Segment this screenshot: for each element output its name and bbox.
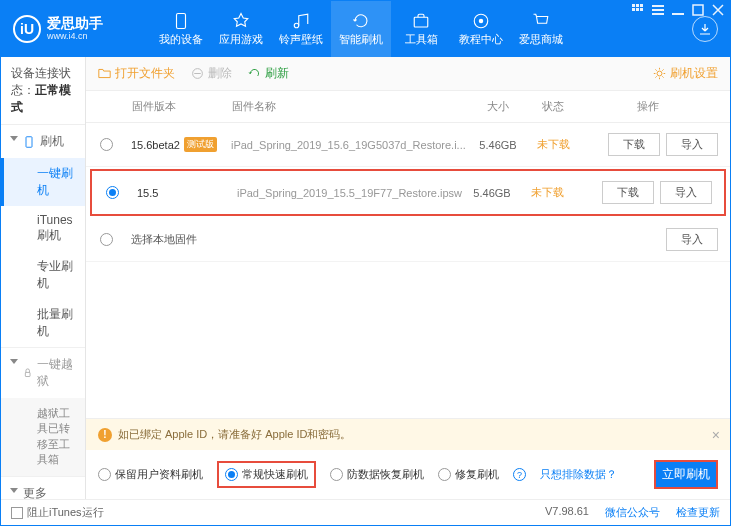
wechat-link[interactable]: 微信公众号	[605, 505, 660, 520]
nav-toolbox[interactable]: 工具箱	[391, 1, 451, 57]
mode-repair[interactable]: 修复刷机	[438, 467, 499, 482]
download-button[interactable]: 下载	[608, 133, 660, 156]
alert-close-icon[interactable]: ×	[712, 427, 720, 443]
svg-rect-11	[177, 13, 186, 28]
grid-icon[interactable]	[631, 4, 645, 16]
svg-rect-0	[632, 4, 635, 7]
warning-icon: !	[98, 428, 112, 442]
flash-settings-button[interactable]: 刷机设置	[653, 65, 718, 82]
svg-rect-13	[414, 17, 428, 27]
svg-point-12	[294, 23, 299, 28]
sidebar-group-more[interactable]: 更多	[1, 477, 85, 499]
svg-rect-16	[26, 136, 32, 147]
firmware-name: iPad_Spring_2019_15.6_19G5037d_Restore.i…	[231, 139, 468, 151]
nav-apps[interactable]: 应用游戏	[211, 1, 271, 57]
connection-status: 设备连接状态：正常模式	[1, 57, 85, 125]
firmware-row[interactable]: 15.6beta2测试版 iPad_Spring_2019_15.6_19G50…	[86, 123, 730, 167]
app-logo: iU 爱思助手 www.i4.cn	[1, 1, 151, 57]
svg-rect-5	[640, 8, 643, 11]
firmware-status: 未下载	[522, 185, 572, 200]
version-label: V7.98.61	[545, 505, 589, 520]
app-subtitle: www.i4.cn	[47, 32, 103, 42]
main-panel: 打开文件夹 删除 刷新 刷机设置 固件版本 固件名称 大小 状态 操作 15.6…	[86, 57, 730, 499]
mode-normal[interactable]: 常规快速刷机	[217, 461, 316, 488]
sidebar: 设备连接状态：正常模式 刷机 一键刷机 iTunes刷机 专业刷机 批量刷机 一…	[1, 57, 86, 499]
check-update-link[interactable]: 检查更新	[676, 505, 720, 520]
firmware-radio[interactable]	[100, 138, 113, 151]
firmware-size: 5.46GB	[468, 139, 528, 151]
download-button[interactable]: 下载	[602, 181, 654, 204]
sidebar-item-pro[interactable]: 专业刷机	[1, 251, 85, 299]
delete-button: 删除	[191, 65, 232, 82]
svg-rect-4	[636, 8, 639, 11]
firmware-row-selected[interactable]: 15.5 iPad_Spring_2019_15.5_19F77_Restore…	[90, 169, 726, 216]
nav-ringtones[interactable]: 铃声壁纸	[271, 1, 331, 57]
local-firmware-row[interactable]: 选择本地固件 导入	[86, 218, 730, 262]
open-folder-button[interactable]: 打开文件夹	[98, 65, 175, 82]
svg-rect-3	[632, 8, 635, 11]
import-button[interactable]: 导入	[660, 181, 712, 204]
sidebar-item-itunes[interactable]: iTunes刷机	[1, 206, 85, 251]
nav-my-device[interactable]: 我的设备	[151, 1, 211, 57]
table-header: 固件版本 固件名称 大小 状态 操作	[86, 91, 730, 123]
mode-anti-recovery[interactable]: 防数据恢复刷机	[330, 467, 424, 482]
nav-flash[interactable]: 智能刷机	[331, 1, 391, 57]
sidebar-item-batch[interactable]: 批量刷机	[1, 299, 85, 347]
flash-now-button[interactable]: 立即刷机	[654, 460, 718, 489]
download-orb-icon[interactable]	[692, 16, 718, 42]
nav-store[interactable]: 爱思商城	[511, 1, 571, 57]
help-icon[interactable]: ?	[513, 468, 526, 481]
firmware-name: iPad_Spring_2019_15.5_19F77_Restore.ipsw	[237, 187, 462, 199]
refresh-button[interactable]: 刷新	[248, 65, 289, 82]
svg-point-15	[479, 18, 484, 23]
import-button[interactable]: 导入	[666, 228, 718, 251]
mode-keep-data[interactable]: 保留用户资料刷机	[98, 467, 203, 482]
firmware-status: 未下载	[528, 137, 578, 152]
menu-icon[interactable]	[651, 4, 665, 16]
beta-badge: 测试版	[184, 137, 217, 152]
svg-rect-10	[693, 5, 703, 15]
status-bar: 阻止iTunes运行 V7.98.61 微信公众号 检查更新	[1, 499, 730, 525]
firmware-size: 5.46GB	[462, 187, 522, 199]
nav-tutorials[interactable]: 教程中心	[451, 1, 511, 57]
close-icon[interactable]	[711, 4, 725, 16]
block-itunes-checkbox[interactable]: 阻止iTunes运行	[11, 505, 104, 520]
minimize-icon[interactable]	[671, 4, 685, 16]
svg-rect-1	[636, 4, 639, 7]
svg-point-19	[657, 71, 662, 76]
sidebar-group-jailbreak[interactable]: 一键越狱	[1, 348, 85, 398]
app-title: 爱思助手	[47, 16, 103, 31]
svg-rect-7	[652, 9, 664, 11]
sidebar-item-oneclick[interactable]: 一键刷机	[1, 158, 85, 206]
svg-rect-2	[640, 4, 643, 7]
maximize-icon[interactable]	[691, 4, 705, 16]
svg-rect-6	[652, 5, 664, 7]
exclude-data-link[interactable]: 只想排除数据？	[540, 467, 617, 482]
firmware-radio[interactable]	[106, 186, 119, 199]
titlebar: iU 爱思助手 www.i4.cn 我的设备 应用游戏 铃声壁纸 智能刷机 工具…	[1, 1, 730, 57]
import-button[interactable]: 导入	[666, 133, 718, 156]
svg-rect-17	[25, 372, 30, 376]
firmware-radio[interactable]	[100, 233, 113, 246]
svg-rect-8	[652, 13, 664, 15]
sidebar-group-flash[interactable]: 刷机	[1, 125, 85, 158]
appleid-alert: ! 如已绑定 Apple ID，请准备好 Apple ID和密码。 ×	[86, 419, 730, 450]
svg-rect-9	[672, 13, 684, 15]
sidebar-jailbreak-note: 越狱工具已转移至工具箱	[1, 398, 85, 476]
